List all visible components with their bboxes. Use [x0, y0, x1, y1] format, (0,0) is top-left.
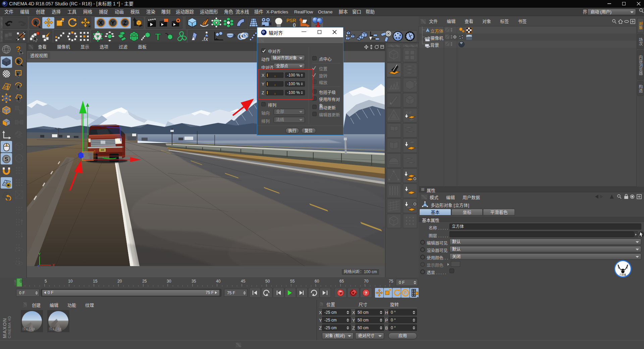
svg-text:25: 25	[142, 279, 147, 284]
svg-text:15: 15	[93, 279, 98, 284]
svg-text:60: 60	[315, 279, 319, 284]
svg-text:X: X	[99, 20, 103, 26]
svg-text:.fx: .fx	[202, 36, 209, 42]
svg-text:65: 65	[339, 279, 344, 284]
svg-text:70: 70	[364, 279, 369, 284]
svg-text:T: T	[155, 31, 161, 42]
svg-text:5: 5	[45, 279, 47, 284]
svg-text:新素材0l: 新素材0l	[49, 327, 61, 331]
svg-text:55: 55	[290, 279, 295, 284]
svg-text:P: P	[404, 291, 407, 295]
svg-text:50: 50	[265, 279, 270, 284]
svg-text:X: X	[52, 263, 55, 266]
svg-text:0: 0	[20, 279, 22, 284]
svg-text:10: 10	[68, 279, 73, 284]
svg-text:新素材0l: 新素材0l	[22, 327, 35, 331]
svg-text:45: 45	[241, 279, 246, 284]
svg-text:35: 35	[192, 279, 196, 284]
svg-text:40: 40	[216, 279, 221, 284]
svg-text:Z: Z	[123, 20, 126, 26]
svg-text:75: 75	[389, 279, 393, 284]
svg-text:?: ?	[365, 291, 367, 296]
svg-text:行走者: 行走者	[620, 273, 626, 276]
svg-text:Y: Y	[111, 20, 115, 26]
svg-text:S: S	[5, 156, 8, 162]
svg-text:20: 20	[117, 279, 122, 284]
svg-text:30: 30	[167, 279, 171, 284]
svg-text:Y: Y	[38, 252, 41, 256]
